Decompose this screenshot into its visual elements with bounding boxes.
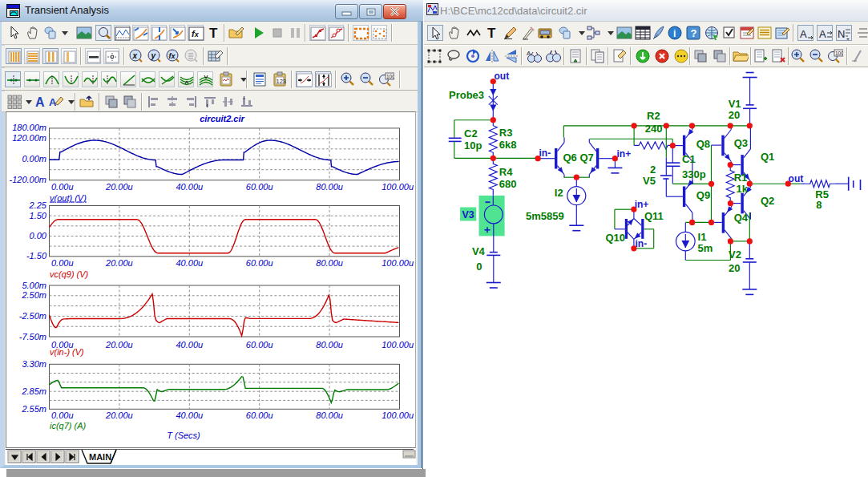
svg-text:0.00u: 0.00u — [51, 258, 74, 268]
svg-text:100.00u: 100.00u — [382, 340, 414, 350]
svg-text:v(out) (V): v(out) (V) — [50, 193, 87, 203]
svg-text:V5: V5 — [643, 175, 656, 187]
svg-text:in+: in+ — [635, 199, 649, 210]
svg-text:330p: 330p — [682, 168, 706, 180]
svg-text:v(in-) (V): v(in-) (V) — [50, 347, 84, 357]
svg-text:out: out — [789, 173, 804, 184]
svg-text:100.00u: 100.00u — [382, 182, 414, 192]
svg-text:80.00u: 80.00u — [316, 340, 343, 350]
svg-text:60.00u: 60.00u — [246, 258, 273, 268]
svg-text:8: 8 — [816, 199, 822, 211]
svg-text:Q4: Q4 — [734, 212, 749, 224]
svg-text:C1: C1 — [682, 153, 696, 165]
svg-text:1k: 1k — [737, 183, 749, 195]
svg-text:R3: R3 — [499, 127, 513, 139]
svg-text:20: 20 — [729, 109, 740, 121]
svg-text:0: 0 — [476, 261, 482, 273]
svg-text:-1.50: -1.50 — [26, 251, 47, 261]
svg-text:0.00u: 0.00u — [51, 182, 74, 192]
svg-text:20: 20 — [729, 262, 740, 274]
svg-text:20.00u: 20.00u — [105, 258, 133, 268]
svg-text:1.50: 1.50 — [30, 211, 47, 220]
svg-text:3.30m: 3.30m — [22, 359, 46, 369]
svg-text:Q1: Q1 — [761, 151, 774, 163]
svg-text:Q8: Q8 — [696, 138, 710, 150]
svg-text:V1: V1 — [729, 98, 741, 110]
svg-text:120.00m: 120.00m — [12, 133, 46, 143]
svg-text:100.00u: 100.00u — [382, 258, 414, 268]
svg-text:2.25: 2.25 — [29, 200, 47, 210]
svg-text:0.00u: 0.00u — [51, 410, 74, 420]
svg-text:20.00u: 20.00u — [105, 182, 133, 192]
svg-text:40.00u: 40.00u — [176, 340, 203, 350]
svg-text:ic(q7) (A): ic(q7) (A) — [50, 421, 87, 431]
svg-text:80.00u: 80.00u — [316, 258, 343, 268]
svg-text:-7.50m: -7.50m — [19, 332, 46, 342]
svg-text:V3: V3 — [462, 209, 474, 220]
svg-text:-120.00m: -120.00m — [10, 175, 46, 184]
svg-text:T (Secs): T (Secs) — [167, 431, 200, 440]
svg-text:R1: R1 — [734, 172, 748, 184]
svg-text:-2.50m: -2.50m — [19, 311, 46, 321]
svg-text:80.00u: 80.00u — [316, 410, 343, 420]
svg-text:2.50m: 2.50m — [21, 290, 46, 300]
svg-text:Q2: Q2 — [761, 195, 774, 207]
svg-text:60.00u: 60.00u — [246, 410, 273, 420]
svg-text:5m: 5m — [698, 242, 713, 254]
svg-text:in+: in+ — [617, 148, 632, 160]
svg-text:80.00u: 80.00u — [316, 182, 343, 192]
svg-text:C2: C2 — [464, 127, 478, 139]
svg-text:6k8: 6k8 — [499, 139, 517, 151]
svg-text:20.00u: 20.00u — [105, 340, 133, 350]
svg-text:out: out — [495, 71, 510, 82]
svg-text:180.00m: 180.00m — [12, 123, 46, 132]
svg-text:60.00u: 60.00u — [246, 182, 273, 192]
svg-text:in-: in- — [539, 148, 551, 159]
svg-text:Probe3: Probe3 — [449, 89, 484, 101]
svg-text:40.00u: 40.00u — [176, 410, 203, 420]
svg-text:10p: 10p — [464, 139, 482, 152]
svg-text:Q3: Q3 — [734, 137, 748, 149]
svg-text:I2: I2 — [555, 187, 563, 199]
svg-text:2.55m: 2.55m — [21, 404, 46, 414]
svg-text:in-: in- — [636, 238, 648, 249]
svg-text:vc(q9) (V): vc(q9) (V) — [50, 269, 89, 279]
svg-text:60.00u: 60.00u — [246, 340, 273, 350]
svg-text:5.00m: 5.00m — [22, 281, 46, 290]
svg-text:2.85m: 2.85m — [21, 386, 46, 396]
svg-text:40.00u: 40.00u — [176, 258, 203, 268]
svg-text:0.00: 0.00 — [30, 231, 47, 241]
svg-text:R2: R2 — [647, 110, 660, 122]
svg-text:240: 240 — [645, 123, 663, 135]
svg-text:R4: R4 — [499, 166, 513, 178]
svg-text:Q9: Q9 — [696, 189, 710, 201]
svg-text:Q10: Q10 — [605, 232, 625, 244]
svg-text:40.00u: 40.00u — [176, 182, 203, 192]
svg-text:680: 680 — [499, 178, 517, 190]
svg-text:20.00u: 20.00u — [105, 410, 133, 420]
svg-text:0.00m: 0.00m — [22, 154, 46, 164]
svg-text:circuit2.cir: circuit2.cir — [200, 114, 244, 123]
svg-text:Q11: Q11 — [644, 210, 664, 222]
svg-text:2: 2 — [650, 164, 656, 176]
svg-text:Q6 Q7: Q6 Q7 — [563, 152, 594, 164]
svg-text:100.00u: 100.00u — [382, 410, 414, 420]
svg-text:V4: V4 — [472, 245, 486, 257]
svg-text:I1: I1 — [698, 231, 707, 243]
svg-text:5m5859: 5m5859 — [526, 210, 564, 222]
svg-text:V2: V2 — [729, 249, 741, 261]
